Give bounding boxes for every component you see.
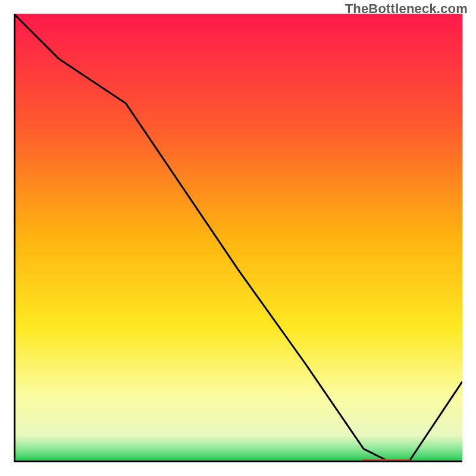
chart-background bbox=[14, 14, 462, 462]
chart-plot-area bbox=[14, 14, 462, 462]
chart-svg bbox=[14, 14, 462, 462]
